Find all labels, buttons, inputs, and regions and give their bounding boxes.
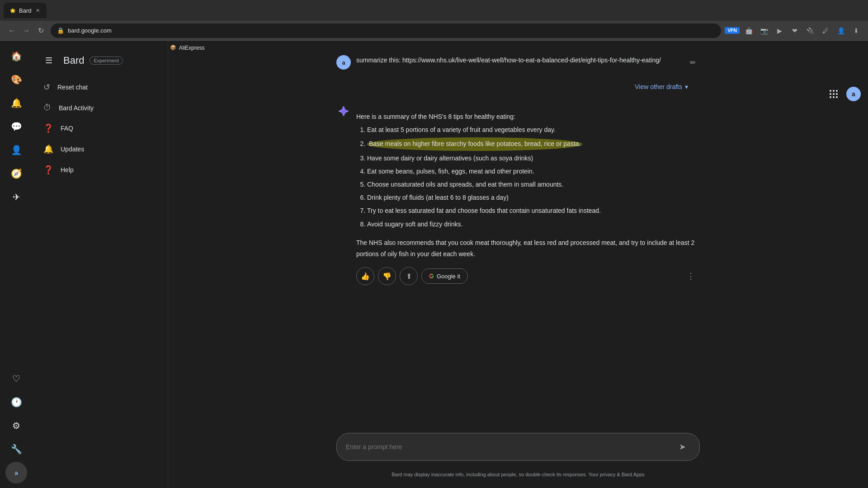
more-options-button[interactable]: ⋮ (682, 267, 700, 285)
tabs-bar: 🌟 Bard ✕ (0, 0, 868, 21)
extension-btn-3[interactable]: ▶ (773, 24, 786, 37)
sidebar-icons: 🏠 🎨 🔔 💬 👤 🧭 ✈ ♡ 🕐 ⚙ 🔧 a (0, 41, 33, 488)
response-text: Here is a summary of the NHS's 8 tips fo… (356, 111, 700, 260)
tip-2: Base meals on higher fibre starchy foods… (367, 137, 700, 150)
tips-list: Eat at least 5 portions of a variety of … (356, 124, 700, 230)
settings-icon-btn[interactable]: ⚙ (5, 415, 27, 436)
view-drafts-button[interactable]: View other drafts ▾ (630, 80, 693, 93)
reload-button[interactable]: ↻ (34, 24, 47, 37)
profile-icon-btn[interactable]: 👤 (5, 139, 27, 161)
share-button[interactable]: ⬆ (400, 267, 418, 285)
tab-close-button[interactable]: ✕ (34, 7, 41, 14)
extension-btn-1[interactable]: 🤖 (742, 24, 755, 37)
faq-label: FAQ (61, 125, 73, 132)
sidebar-header: ☰ Bard Experiment (33, 48, 168, 77)
prompt-input[interactable] (346, 443, 670, 450)
nav-buttons: ← → ↻ (5, 24, 47, 37)
palette-icon-btn[interactable]: 🎨 (5, 69, 27, 90)
additional-note: The NHS also recommends that you cook me… (356, 237, 700, 260)
tab-favicon: 🌟 (9, 7, 16, 14)
send-icon-btn[interactable]: ✈ (5, 186, 27, 208)
updates-label: Updates (61, 145, 84, 153)
bard-response-icon (336, 104, 351, 118)
bell-icon-btn[interactable]: 🔔 (5, 92, 27, 114)
google-it-label: Google it (437, 273, 460, 280)
extension-btn-2[interactable]: 📷 (758, 24, 770, 37)
google-g-icon: G (429, 272, 434, 280)
lock-icon: 🔒 (57, 27, 64, 34)
top-right-actions: a (825, 81, 861, 107)
active-tab[interactable]: 🌟 Bard ✕ (4, 3, 47, 18)
bard-activity-item[interactable]: ⏱ Bard Activity (33, 98, 164, 118)
reset-chat-item[interactable]: ↺ Reset chat (33, 77, 164, 98)
drafts-label: View other drafts (635, 83, 682, 90)
tip-3: Have some dairy or dairy alternatives (s… (367, 153, 700, 164)
faq-icon: ❓ (43, 123, 53, 133)
bard-logo: Bard (63, 55, 84, 66)
action-buttons: 👍 👎 ⬆ G Google it ⋮ (356, 267, 700, 285)
response-intro: Here is a summary of the NHS's 8 tips fo… (356, 111, 700, 122)
disclaimer: Bard may display inaccurate info, includ… (315, 468, 722, 481)
main-content: a a summarize this: https://www.nhs.uk/l… (168, 41, 868, 488)
tip-1: Eat at least 5 portions of a variety of … (367, 124, 700, 136)
experiment-badge: Experiment (90, 56, 123, 65)
tip-5: Choose unsaturated oils and spreads, and… (367, 179, 700, 190)
send-icon: ➤ (679, 442, 686, 452)
svg-point-7 (833, 96, 835, 98)
reset-chat-label: Reset chat (57, 84, 88, 91)
bard-activity-label: Bard Activity (59, 104, 94, 112)
svg-point-3 (830, 93, 831, 95)
thumbs-up-icon: 👍 (361, 272, 370, 281)
clock-icon-btn[interactable]: 🕐 (5, 391, 27, 413)
sidebar-panel: ☰ Bard Experiment ↺ Reset chat ⏱ Bard Ac… (33, 41, 168, 488)
svg-point-6 (830, 96, 831, 98)
hamburger-button[interactable]: ☰ (40, 52, 58, 70)
extension-btn-5[interactable]: 🔌 (804, 24, 816, 37)
tip-2-text: Base meals on higher fibre starchy foods… (367, 137, 582, 150)
heart-icon-btn[interactable]: ♡ (5, 368, 27, 389)
extension-btn-6[interactable]: 🖊 (819, 24, 832, 37)
thumbs-down-button[interactable]: 👎 (378, 267, 396, 285)
tip-8: Avoid sugary soft and fizzy drinks. (367, 219, 700, 230)
chat-area: a summarize this: https://www.nhs.uk/liv… (315, 48, 722, 426)
reset-icon: ↺ (43, 82, 50, 92)
updates-item[interactable]: 🔔 Updates (33, 139, 164, 160)
response-content: Here is a summary of the NHS's 8 tips fo… (356, 104, 700, 285)
svg-point-4 (833, 93, 835, 95)
thumbs-up-button[interactable]: 👍 (356, 267, 374, 285)
send-button[interactable]: ➤ (674, 439, 690, 455)
user-profile-btn[interactable]: 👤 (835, 24, 847, 37)
browser-chrome: 🌟 Bard ✕ ← → ↻ 🔒 bard.google.com VPN 🤖 📷… (0, 0, 868, 41)
tip-7: Try to eat less saturated fat and choose… (367, 205, 700, 216)
back-button[interactable]: ← (5, 24, 18, 37)
home-icon-btn[interactable]: 🏠 (5, 45, 27, 67)
prompt-input-container: ➤ (336, 433, 700, 461)
browser-actions: VPN 🤖 📷 ▶ ❤ 🔌 🖊 👤 ⬇ (725, 24, 863, 37)
google-it-button[interactable]: G Google it (421, 268, 468, 284)
help-icon: ❓ (43, 165, 53, 175)
chevron-down-icon: ▾ (685, 83, 688, 90)
help-item[interactable]: ❓ Help (33, 160, 164, 180)
tip-4: Eat some beans, pulses, fish, eggs, meat… (367, 166, 700, 177)
browser-toolbar: ← → ↻ 🔒 bard.google.com VPN 🤖 📷 ▶ ❤ 🔌 🖊 … (0, 21, 868, 41)
svg-point-1 (833, 90, 835, 92)
app-container: 🏠 🎨 🔔 💬 👤 🧭 ✈ ♡ 🕐 ⚙ 🔧 a ☰ Bard Experimen… (0, 41, 868, 488)
account-circle-btn[interactable]: a (5, 462, 27, 483)
forward-button[interactable]: → (20, 24, 33, 37)
svg-point-8 (836, 96, 838, 98)
apps-button[interactable] (825, 85, 843, 103)
download-btn[interactable]: ⬇ (850, 24, 863, 37)
chat-icon-btn[interactable]: 💬 (5, 116, 27, 137)
svg-point-0 (830, 90, 831, 92)
tab-title: Bard (19, 7, 31, 14)
address-bar[interactable]: 🔒 bard.google.com (51, 23, 721, 38)
edit-button[interactable]: ✏ (685, 55, 700, 70)
faq-item[interactable]: ❓ FAQ (33, 118, 164, 139)
svg-point-2 (836, 90, 838, 92)
user-avatar: a (336, 55, 351, 70)
prompt-area: ➤ (315, 426, 722, 468)
extension-btn-4[interactable]: ❤ (788, 24, 801, 37)
user-avatar-button[interactable]: a (846, 87, 861, 101)
extensions-icon-btn[interactable]: 🔧 (5, 438, 27, 460)
explore-icon-btn[interactable]: 🧭 (5, 163, 27, 184)
